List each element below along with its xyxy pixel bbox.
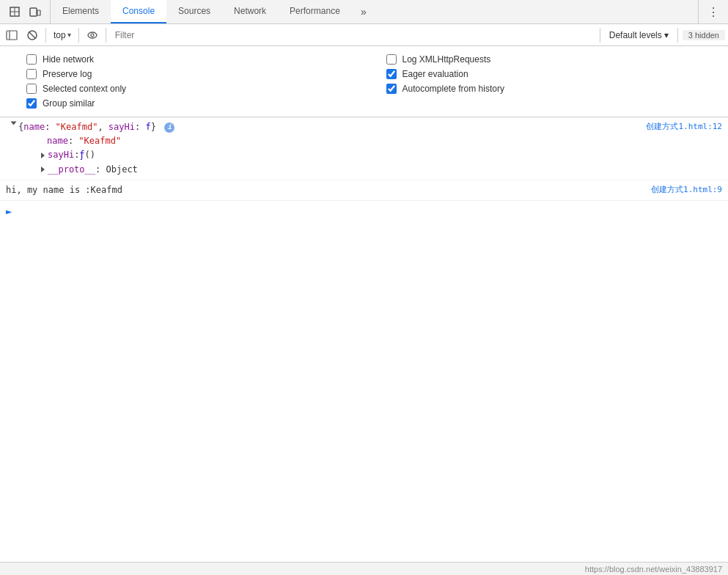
group-similar-label: Group similar — [43, 98, 95, 109]
selected-context-checkbox[interactable] — [26, 84, 37, 94]
object-log-entry: {name: "Keafmd", sayHi: f} i 创建方式1.html:… — [0, 117, 728, 180]
hide-network-label: Hide network — [43, 54, 94, 65]
setting-hide-network: Hide network — [26, 52, 357, 67]
object-summary-row: {name: "Keafmd", sayHi: f} i 创建方式1.html:… — [12, 120, 722, 134]
hidden-count-badge: 3 hidden — [683, 30, 725, 40]
setting-log-xmlhttp: Log XMLHttpRequests — [386, 52, 717, 67]
log-levels-button[interactable]: Default levels ▾ — [605, 29, 673, 42]
bottom-status-bar: https://blog.csdn.net/weixin_43883917 — [0, 562, 728, 575]
setting-preserve-log: Preserve log — [26, 67, 357, 81]
settings-menu-button[interactable]: ⋮ — [698, 0, 728, 23]
console-toolbar: top ▾ Default levels ▾ 3 hidden — [0, 24, 728, 46]
eager-eval-checkbox[interactable] — [386, 69, 397, 79]
svg-line-8 — [29, 32, 35, 38]
hide-network-checkbox[interactable] — [26, 54, 37, 65]
object-entry-source[interactable]: 创建方式1.html:12 — [634, 120, 722, 133]
clear-console-icon[interactable] — [23, 26, 41, 44]
separator-2 — [78, 28, 79, 43]
tab-elements[interactable]: Elements — [51, 0, 111, 23]
info-icon[interactable]: i — [164, 122, 174, 133]
more-tabs-button[interactable]: » — [355, 3, 372, 21]
eager-eval-label: Eager evaluation — [402, 69, 468, 79]
devtools-menu-icon[interactable]: ⋮ — [705, 3, 722, 21]
tab-sources[interactable]: Sources — [166, 0, 222, 23]
log-xmlhttp-checkbox[interactable] — [386, 54, 397, 65]
separator-1 — [45, 28, 46, 43]
levels-arrow-icon: ▾ — [664, 30, 669, 40]
sidebar-toggle-icon[interactable] — [3, 26, 21, 44]
string-entry-source[interactable]: 创建方式1.html:9 — [639, 183, 722, 197]
console-settings-panel: Hide network Preserve log Selected conte… — [0, 46, 728, 117]
expand-triangle-icon[interactable] — [11, 122, 17, 125]
separator-3 — [106, 28, 106, 43]
preserve-log-label: Preserve log — [43, 69, 92, 79]
tab-network[interactable]: Network — [222, 0, 278, 23]
prompt-arrow-icon: ► — [6, 205, 12, 217]
autocomplete-history-label: Autocomplete from history — [402, 84, 504, 94]
setting-eager-eval: Eager evaluation — [386, 67, 717, 81]
setting-group-similar: Group similar — [26, 96, 357, 111]
object-prop-sayhi: sayHi: ƒ () — [12, 148, 95, 162]
console-output[interactable]: {name: "Keafmd", sayHi: f} i 创建方式1.html:… — [0, 117, 728, 562]
object-prop-proto: __proto__: Object — [12, 163, 138, 177]
responsive-icon[interactable] — [26, 3, 44, 21]
console-input[interactable] — [15, 206, 722, 216]
console-prompt[interactable]: ► — [0, 201, 728, 221]
string-log-text: hi, my name is :Keafmd — [6, 183, 639, 197]
tab-console[interactable]: Console — [111, 0, 166, 23]
sayhi-expand-icon[interactable] — [41, 153, 45, 158]
devtools-tab-bar: Elements Console Sources Network Perform… — [0, 0, 728, 24]
separator-5 — [677, 28, 678, 43]
eye-icon[interactable] — [84, 26, 101, 44]
context-selector[interactable]: top ▾ — [51, 29, 74, 42]
setting-autocomplete-history: Autocomplete from history — [386, 81, 717, 96]
svg-point-9 — [88, 32, 97, 38]
separator-4 — [600, 28, 600, 43]
proto-expand-icon[interactable] — [41, 166, 45, 172]
log-xmlhttp-label: Log XMLHttpRequests — [402, 54, 491, 65]
tab-performance[interactable]: Performance — [278, 0, 352, 23]
object-summary-text: {name: "Keafmd", sayHi: f} i — [18, 120, 174, 134]
group-similar-checkbox[interactable] — [26, 98, 37, 109]
svg-rect-3 — [30, 8, 37, 16]
object-prop-name: name: "Keafmd" — [12, 134, 121, 148]
string-log-entry: hi, my name is :Keafmd 创建方式1.html:9 — [0, 180, 728, 201]
setting-selected-context: Selected context only — [26, 81, 357, 96]
svg-rect-4 — [37, 10, 40, 15]
preserve-log-checkbox[interactable] — [26, 69, 37, 79]
inspect-icon[interactable] — [6, 3, 23, 21]
svg-point-10 — [91, 34, 94, 37]
left-icon-group — [0, 0, 51, 23]
filter-input[interactable] — [111, 29, 595, 42]
svg-rect-5 — [7, 31, 17, 40]
selected-context-label: Selected context only — [43, 84, 126, 94]
autocomplete-history-checkbox[interactable] — [386, 84, 397, 94]
context-dropdown-icon: ▾ — [67, 31, 71, 39]
status-url: https://blog.csdn.net/weixin_43883917 — [585, 565, 722, 574]
